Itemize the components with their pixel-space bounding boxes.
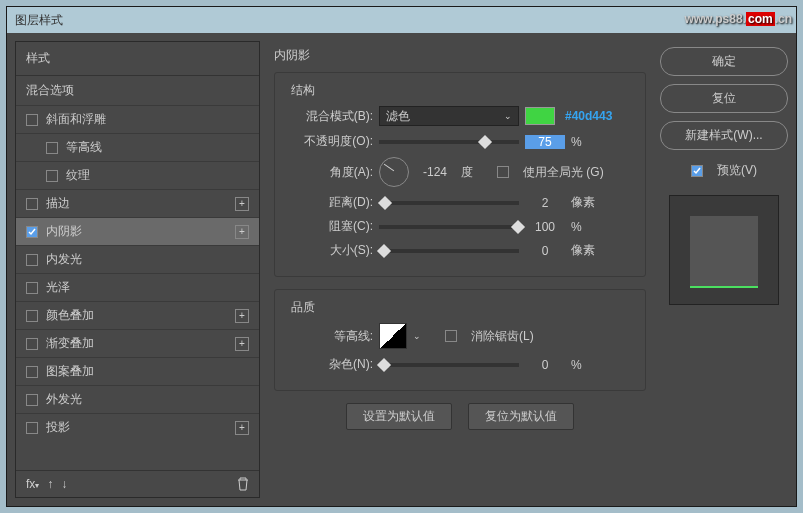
arrow-up-icon[interactable]: ↑	[47, 477, 53, 491]
angle-dial[interactable]	[379, 157, 409, 187]
make-default-button[interactable]: 设置为默认值	[346, 403, 452, 430]
style-label: 光泽	[46, 280, 70, 294]
style-item-10[interactable]: 外发光	[16, 385, 259, 413]
new-style-button[interactable]: 新建样式(W)...	[660, 121, 788, 150]
add-effect-icon[interactable]: +	[235, 197, 249, 211]
style-checkbox[interactable]	[26, 254, 38, 266]
panel-title: 内阴影	[268, 45, 652, 72]
styles-sidebar: 样式 混合选项 斜面和浮雕等高线纹理描边+内阴影+内发光光泽颜色叠加+渐变叠加+…	[15, 41, 260, 498]
contour-picker[interactable]	[379, 323, 407, 349]
distance-slider[interactable]	[379, 201, 519, 205]
style-item-9[interactable]: 图案叠加	[16, 357, 259, 385]
antialias-checkbox[interactable]	[445, 330, 457, 342]
trash-icon[interactable]	[237, 477, 249, 491]
style-item-8[interactable]: 渐变叠加+	[16, 329, 259, 357]
style-checkbox[interactable]	[26, 282, 38, 294]
style-label: 渐变叠加	[46, 336, 94, 350]
style-item-6[interactable]: 光泽	[16, 273, 259, 301]
preview-checkbox[interactable]	[691, 165, 703, 177]
choke-slider[interactable]	[379, 225, 519, 229]
style-item-0[interactable]: 斜面和浮雕	[16, 105, 259, 133]
style-checkbox[interactable]	[26, 422, 38, 434]
style-checkbox[interactable]	[26, 366, 38, 378]
blend-mode-select[interactable]: 滤色⌄	[379, 106, 519, 126]
style-item-4[interactable]: 内阴影+	[16, 217, 259, 245]
style-checkbox[interactable]	[46, 142, 58, 154]
layer-style-dialog: 图层样式 www.ps88.com.cn 样式 混合选项 斜面和浮雕等高线纹理描…	[6, 6, 797, 507]
arrow-down-icon[interactable]: ↓	[61, 477, 67, 491]
reset-default-button[interactable]: 复位为默认值	[468, 403, 574, 430]
preview-thumbnail	[669, 195, 779, 305]
fx-menu[interactable]: fx▾	[26, 477, 39, 491]
style-item-7[interactable]: 颜色叠加+	[16, 301, 259, 329]
style-item-5[interactable]: 内发光	[16, 245, 259, 273]
style-label: 纹理	[66, 168, 90, 182]
distance-value[interactable]: 2	[525, 196, 565, 210]
style-label: 内发光	[46, 252, 82, 266]
style-label: 描边	[46, 196, 70, 210]
style-item-11[interactable]: 投影+	[16, 413, 259, 441]
style-checkbox[interactable]	[46, 170, 58, 182]
angle-value[interactable]: -124	[415, 165, 455, 179]
style-checkbox[interactable]	[26, 310, 38, 322]
blend-mode-label: 混合模式(B):	[287, 108, 373, 125]
style-label: 内阴影	[46, 224, 82, 238]
style-label: 斜面和浮雕	[46, 112, 106, 126]
chevron-down-icon: ⌄	[504, 111, 512, 121]
style-label: 外发光	[46, 392, 82, 406]
style-label: 等高线	[66, 140, 102, 154]
size-value[interactable]: 0	[525, 244, 565, 258]
titlebar: 图层样式 www.ps88.com.cn	[7, 7, 796, 33]
noise-value[interactable]: 0	[525, 358, 565, 372]
style-item-2[interactable]: 纹理	[16, 161, 259, 189]
settings-panel: 内阴影 结构 混合模式(B): 滤色⌄ #40d443 不透明度(O): 75 …	[268, 41, 652, 498]
add-effect-icon[interactable]: +	[235, 225, 249, 239]
add-effect-icon[interactable]: +	[235, 421, 249, 435]
quality-group: 品质 等高线: ⌄ 消除锯齿(L) 杂色(N): 0 %	[274, 289, 646, 391]
style-checkbox[interactable]	[26, 338, 38, 350]
style-checkbox[interactable]	[26, 114, 38, 126]
global-light-checkbox[interactable]	[497, 166, 509, 178]
styles-header[interactable]: 样式	[16, 42, 259, 75]
action-column: 确定 复位 新建样式(W)... 预览(V)	[660, 41, 788, 498]
add-effect-icon[interactable]: +	[235, 309, 249, 323]
size-slider[interactable]	[379, 249, 519, 253]
style-label: 颜色叠加	[46, 308, 94, 322]
watermark: www.ps88.com.cn	[684, 9, 792, 27]
style-checkbox[interactable]	[26, 198, 38, 210]
color-swatch[interactable]	[525, 107, 555, 125]
cancel-button[interactable]: 复位	[660, 84, 788, 113]
add-effect-icon[interactable]: +	[235, 337, 249, 351]
style-item-1[interactable]: 等高线	[16, 133, 259, 161]
chevron-down-icon[interactable]: ⌄	[413, 331, 421, 341]
window-title: 图层样式	[15, 12, 63, 29]
style-item-3[interactable]: 描边+	[16, 189, 259, 217]
structure-group: 结构 混合模式(B): 滤色⌄ #40d443 不透明度(O): 75 % 角	[274, 72, 646, 277]
color-hex: #40d443	[565, 109, 612, 123]
blending-options[interactable]: 混合选项	[16, 75, 259, 105]
style-label: 图案叠加	[46, 364, 94, 378]
choke-value[interactable]: 100	[525, 220, 565, 234]
noise-slider[interactable]	[379, 363, 519, 367]
ok-button[interactable]: 确定	[660, 47, 788, 76]
sidebar-footer: fx▾ ↑ ↓	[16, 470, 259, 497]
style-checkbox[interactable]	[26, 226, 38, 238]
style-checkbox[interactable]	[26, 394, 38, 406]
opacity-slider[interactable]	[379, 140, 519, 144]
opacity-value[interactable]: 75	[525, 135, 565, 149]
style-label: 投影	[46, 420, 70, 434]
